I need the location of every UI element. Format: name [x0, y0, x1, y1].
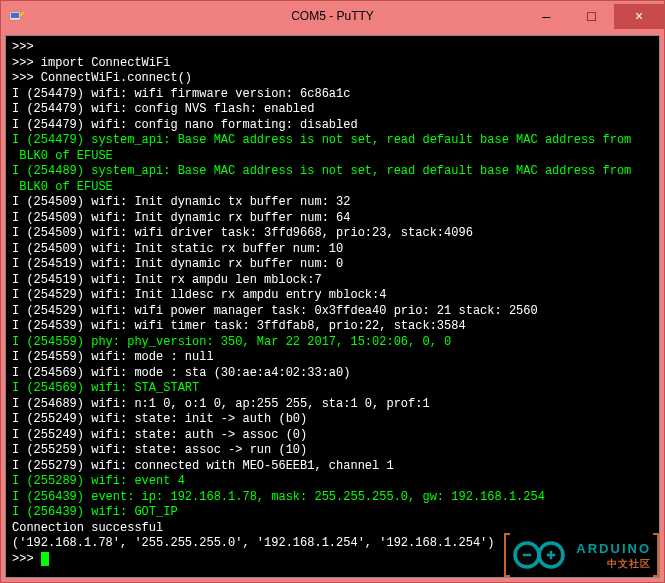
- window-controls: – □ ×: [524, 4, 664, 29]
- svg-line-2: [20, 12, 24, 16]
- maximize-button[interactable]: □: [569, 4, 614, 29]
- window-title: COM5 - PuTTY: [291, 9, 374, 23]
- minimize-button[interactable]: –: [524, 4, 569, 29]
- close-button[interactable]: ×: [614, 4, 664, 29]
- terminal-output[interactable]: >>>>>> import ConnectWiFi>>> ConnectWiFi…: [5, 35, 660, 578]
- putty-icon: [9, 8, 25, 24]
- svg-rect-1: [11, 13, 19, 18]
- titlebar[interactable]: COM5 - PuTTY – □ ×: [1, 1, 664, 31]
- terminal-cursor: [41, 552, 49, 566]
- putty-window: COM5 - PuTTY – □ × >>>>>> import Connect…: [0, 0, 665, 583]
